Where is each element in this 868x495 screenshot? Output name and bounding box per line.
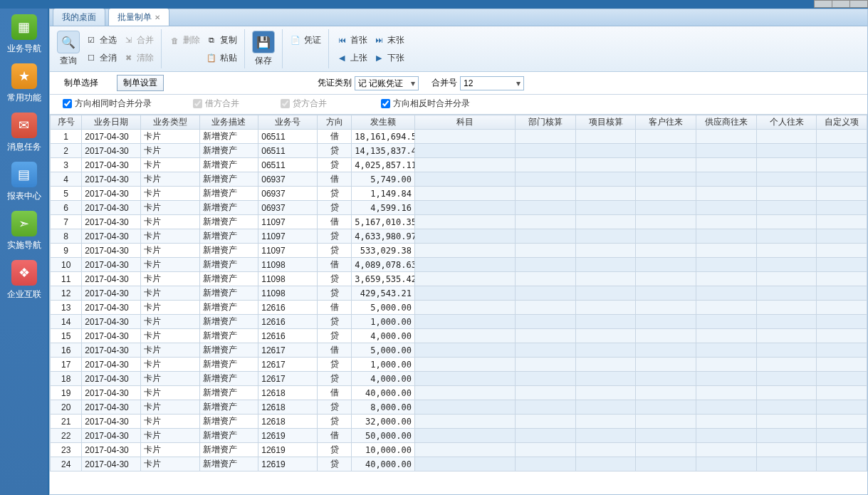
- cell-seq[interactable]: 10: [51, 258, 82, 272]
- cell-bno[interactable]: 11098: [258, 258, 318, 272]
- cell-bno[interactable]: 12619: [258, 429, 318, 443]
- cell-bdesc[interactable]: 新增资产: [199, 415, 258, 429]
- cell-btype[interactable]: 卡片: [140, 358, 199, 372]
- cell-bdesc[interactable]: 新增资产: [199, 429, 258, 443]
- column-header-seq[interactable]: 序号: [51, 115, 82, 130]
- cell-dir[interactable]: 借: [317, 301, 351, 315]
- cell-seq[interactable]: 8: [51, 229, 82, 244]
- first-page-button[interactable]: ⏮首张: [333, 33, 370, 48]
- tab-entry-setting[interactable]: 制单设置: [117, 75, 164, 91]
- cell-dir[interactable]: 贷: [317, 272, 351, 286]
- cell-proj[interactable]: [575, 258, 636, 272]
- table-row[interactable]: 202017-04-30卡片新增资产12618贷8,000.00: [51, 400, 867, 415]
- cell-proj[interactable]: [575, 172, 636, 187]
- cell-kemu[interactable]: [414, 358, 515, 372]
- cell-amt[interactable]: 18,161,694.55: [352, 130, 415, 144]
- cell-supp[interactable]: [696, 172, 757, 187]
- cell-date[interactable]: 2017-04-30: [82, 244, 141, 258]
- cell-cus1[interactable]: [817, 272, 867, 286]
- cell-bdesc[interactable]: 新增资产: [199, 443, 258, 457]
- cell-kemu[interactable]: [414, 244, 515, 258]
- cell-date[interactable]: 2017-04-30: [82, 301, 141, 315]
- cell-cust[interactable]: [636, 244, 696, 258]
- cell-seq[interactable]: 24: [51, 457, 82, 471]
- cell-pers[interactable]: [756, 215, 817, 229]
- cell-amt[interactable]: 50,000.00: [352, 429, 415, 443]
- cell-amt[interactable]: 40,000.00: [352, 386, 415, 400]
- cell-cus1[interactable]: [817, 244, 867, 258]
- cell-amt[interactable]: 5,000.00: [352, 343, 415, 358]
- cell-bdesc[interactable]: 新增资产: [199, 372, 258, 386]
- cell-kemu[interactable]: [414, 400, 515, 415]
- cell-seq[interactable]: 18: [51, 372, 82, 386]
- table-row[interactable]: 152017-04-30卡片新增资产12616贷4,000.00: [51, 329, 867, 343]
- cell-proj[interactable]: [575, 244, 636, 258]
- cell-proj[interactable]: [575, 215, 636, 229]
- cell-kemu[interactable]: [414, 443, 515, 457]
- table-row[interactable]: 182017-04-30卡片新增资产12617贷4,000.00: [51, 372, 867, 386]
- cell-seq[interactable]: 23: [51, 443, 82, 457]
- cell-cus1[interactable]: [817, 415, 867, 429]
- cell-bno[interactable]: 11097: [258, 229, 318, 244]
- column-header-btype[interactable]: 业务类型: [140, 115, 199, 130]
- cell-proj[interactable]: [575, 415, 636, 429]
- cell-bdesc[interactable]: 新增资产: [199, 172, 258, 187]
- cell-cust[interactable]: [636, 201, 696, 215]
- cell-proj[interactable]: [575, 315, 636, 329]
- cell-date[interactable]: 2017-04-30: [82, 272, 141, 286]
- cell-date[interactable]: 2017-04-30: [82, 286, 141, 301]
- cell-date[interactable]: 2017-04-30: [82, 187, 141, 201]
- cell-seq[interactable]: 17: [51, 358, 82, 372]
- cell-cus1[interactable]: [817, 315, 867, 329]
- cell-date[interactable]: 2017-04-30: [82, 130, 141, 144]
- column-header-kemu[interactable]: 科目: [414, 115, 515, 130]
- table-row[interactable]: 22017-04-30卡片新增资产06511贷14,135,837.44: [51, 144, 867, 158]
- cell-pers[interactable]: [756, 358, 817, 372]
- cell-proj[interactable]: [575, 286, 636, 301]
- cell-dir[interactable]: 贷: [317, 358, 351, 372]
- cell-amt[interactable]: 5,749.00: [352, 172, 415, 187]
- table-row[interactable]: 122017-04-30卡片新增资产11098贷429,543.21: [51, 286, 867, 301]
- cell-proj[interactable]: [575, 400, 636, 415]
- cell-date[interactable]: 2017-04-30: [82, 457, 141, 471]
- table-row[interactable]: 142017-04-30卡片新增资产12616贷1,000.00: [51, 315, 867, 329]
- cell-pers[interactable]: [756, 329, 817, 343]
- cell-cust[interactable]: [636, 372, 696, 386]
- window-maximize-button[interactable]: [832, 0, 850, 8]
- cell-amt[interactable]: 14,135,837.44: [352, 144, 415, 158]
- cell-cus1[interactable]: [817, 400, 867, 415]
- cell-btype[interactable]: 卡片: [140, 130, 199, 144]
- cell-cus1[interactable]: [817, 457, 867, 471]
- cell-dir[interactable]: 借: [317, 386, 351, 400]
- cell-proj[interactable]: [575, 372, 636, 386]
- cell-date[interactable]: 2017-04-30: [82, 229, 141, 244]
- cell-pers[interactable]: [756, 343, 817, 358]
- cell-pers[interactable]: [756, 386, 817, 400]
- cell-bno[interactable]: 12616: [258, 301, 318, 315]
- cell-pers[interactable]: [756, 201, 817, 215]
- cell-cus1[interactable]: [817, 258, 867, 272]
- cell-cus1[interactable]: [817, 286, 867, 301]
- cell-date[interactable]: 2017-04-30: [82, 372, 141, 386]
- column-header-bdesc[interactable]: 业务描述: [199, 115, 258, 130]
- cell-supp[interactable]: [696, 329, 757, 343]
- table-row[interactable]: 12017-04-30卡片新增资产06511借18,161,694.55: [51, 130, 867, 144]
- cell-dept[interactable]: [516, 358, 576, 372]
- table-row[interactable]: 72017-04-30卡片新增资产11097借5,167,010.35: [51, 215, 867, 229]
- cell-cust[interactable]: [636, 258, 696, 272]
- cell-cus1[interactable]: [817, 187, 867, 201]
- table-row[interactable]: 112017-04-30卡片新增资产11098贷3,659,535.42: [51, 272, 867, 286]
- save-button[interactable]: 💾 保存: [249, 29, 278, 68]
- cell-kemu[interactable]: [414, 201, 515, 215]
- cell-supp[interactable]: [696, 215, 757, 229]
- cell-kemu[interactable]: [414, 343, 515, 358]
- column-header-proj[interactable]: 项目核算: [575, 115, 636, 130]
- cell-seq[interactable]: 3: [51, 158, 82, 172]
- cell-bdesc[interactable]: 新增资产: [199, 201, 258, 215]
- cell-pers[interactable]: [756, 187, 817, 201]
- cell-seq[interactable]: 19: [51, 386, 82, 400]
- cell-cus1[interactable]: [817, 301, 867, 315]
- cell-btype[interactable]: 卡片: [140, 343, 199, 358]
- table-row[interactable]: 242017-04-30卡片新增资产12619贷40,000.00: [51, 457, 867, 471]
- tab-close-icon[interactable]: ✕: [155, 14, 160, 21]
